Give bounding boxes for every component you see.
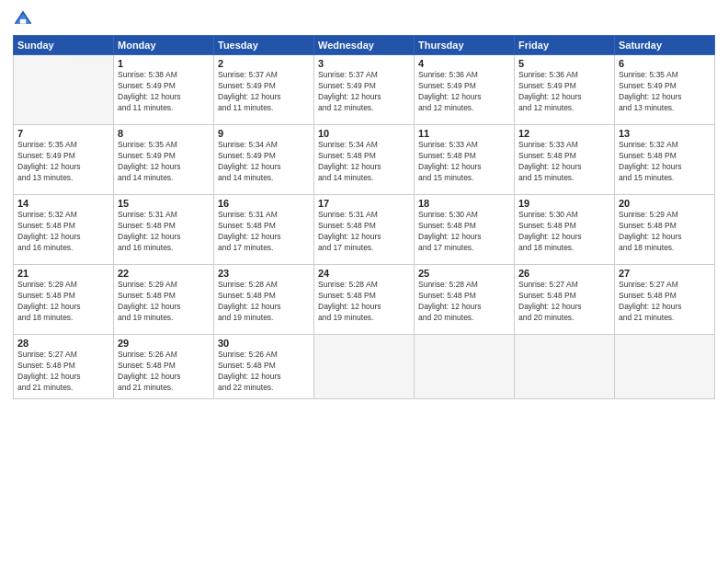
weekday-header-monday: Monday [114, 36, 214, 55]
day-info: Sunrise: 5:33 AM Sunset: 5:48 PM Dayligh… [518, 140, 610, 184]
day-number: 6 [619, 58, 711, 69]
day-info: Sunrise: 5:30 AM Sunset: 5:48 PM Dayligh… [518, 210, 610, 254]
day-number: 7 [17, 128, 109, 139]
calendar-cell: 15Sunrise: 5:31 AM Sunset: 5:48 PM Dayli… [114, 195, 214, 265]
day-number: 8 [118, 128, 210, 139]
week-row-2: 7Sunrise: 5:35 AM Sunset: 5:49 PM Daylig… [14, 125, 715, 195]
weekday-header-thursday: Thursday [415, 36, 515, 55]
day-number: 26 [518, 268, 610, 279]
day-number: 2 [218, 58, 310, 69]
day-info: Sunrise: 5:29 AM Sunset: 5:48 PM Dayligh… [619, 210, 711, 254]
day-number: 11 [418, 128, 510, 139]
day-number: 21 [17, 268, 109, 279]
week-row-4: 21Sunrise: 5:29 AM Sunset: 5:48 PM Dayli… [14, 265, 715, 335]
calendar-cell: 28Sunrise: 5:27 AM Sunset: 5:48 PM Dayli… [14, 335, 114, 399]
day-info: Sunrise: 5:35 AM Sunset: 5:49 PM Dayligh… [118, 140, 210, 184]
day-info: Sunrise: 5:28 AM Sunset: 5:48 PM Dayligh… [418, 280, 510, 324]
day-number: 28 [17, 338, 109, 349]
calendar-cell: 13Sunrise: 5:32 AM Sunset: 5:48 PM Dayli… [615, 125, 715, 195]
calendar-cell [615, 335, 715, 399]
calendar-cell: 2Sunrise: 5:37 AM Sunset: 5:49 PM Daylig… [214, 55, 314, 125]
day-info: Sunrise: 5:28 AM Sunset: 5:48 PM Dayligh… [318, 280, 410, 324]
day-info: Sunrise: 5:33 AM Sunset: 5:48 PM Dayligh… [418, 140, 510, 184]
calendar-cell: 9Sunrise: 5:34 AM Sunset: 5:49 PM Daylig… [214, 125, 314, 195]
day-info: Sunrise: 5:34 AM Sunset: 5:48 PM Dayligh… [318, 140, 410, 184]
day-info: Sunrise: 5:38 AM Sunset: 5:49 PM Dayligh… [118, 70, 210, 114]
weekday-header-sunday: Sunday [14, 36, 114, 55]
calendar-cell: 8Sunrise: 5:35 AM Sunset: 5:49 PM Daylig… [114, 125, 214, 195]
day-number: 10 [318, 128, 410, 139]
day-info: Sunrise: 5:29 AM Sunset: 5:48 PM Dayligh… [118, 280, 210, 324]
day-info: Sunrise: 5:31 AM Sunset: 5:48 PM Dayligh… [118, 210, 210, 254]
day-info: Sunrise: 5:29 AM Sunset: 5:48 PM Dayligh… [17, 280, 109, 324]
calendar-cell: 19Sunrise: 5:30 AM Sunset: 5:48 PM Dayli… [515, 195, 615, 265]
day-number: 27 [619, 268, 711, 279]
calendar-table: SundayMondayTuesdayWednesdayThursdayFrid… [13, 35, 715, 399]
day-number: 30 [218, 338, 310, 349]
day-number: 5 [518, 58, 610, 69]
weekday-header-wednesday: Wednesday [314, 36, 415, 55]
calendar-cell: 4Sunrise: 5:36 AM Sunset: 5:49 PM Daylig… [415, 55, 515, 125]
calendar-cell: 3Sunrise: 5:37 AM Sunset: 5:49 PM Daylig… [314, 55, 415, 125]
calendar-cell: 1Sunrise: 5:38 AM Sunset: 5:49 PM Daylig… [114, 55, 214, 125]
calendar-cell: 25Sunrise: 5:28 AM Sunset: 5:48 PM Dayli… [415, 265, 515, 335]
calendar-cell: 14Sunrise: 5:32 AM Sunset: 5:48 PM Dayli… [14, 195, 114, 265]
page: SundayMondayTuesdayWednesdayThursdayFrid… [0, 0, 728, 563]
weekday-header-saturday: Saturday [615, 36, 715, 55]
day-info: Sunrise: 5:32 AM Sunset: 5:48 PM Dayligh… [619, 140, 711, 184]
day-info: Sunrise: 5:31 AM Sunset: 5:48 PM Dayligh… [218, 210, 310, 254]
day-number: 29 [118, 338, 210, 349]
day-info: Sunrise: 5:34 AM Sunset: 5:49 PM Dayligh… [218, 140, 310, 184]
calendar-cell: 30Sunrise: 5:26 AM Sunset: 5:48 PM Dayli… [214, 335, 314, 399]
day-info: Sunrise: 5:35 AM Sunset: 5:49 PM Dayligh… [619, 70, 711, 114]
day-info: Sunrise: 5:36 AM Sunset: 5:49 PM Dayligh… [518, 70, 610, 114]
day-info: Sunrise: 5:32 AM Sunset: 5:48 PM Dayligh… [17, 210, 109, 254]
calendar-cell: 21Sunrise: 5:29 AM Sunset: 5:48 PM Dayli… [14, 265, 114, 335]
week-row-1: 1Sunrise: 5:38 AM Sunset: 5:49 PM Daylig… [14, 55, 715, 125]
day-number: 1 [118, 58, 210, 69]
svg-rect-2 [20, 19, 26, 24]
logo-icon [13, 9, 33, 29]
weekday-header-row: SundayMondayTuesdayWednesdayThursdayFrid… [14, 36, 715, 55]
day-number: 22 [118, 268, 210, 279]
week-row-3: 14Sunrise: 5:32 AM Sunset: 5:48 PM Dayli… [14, 195, 715, 265]
calendar-cell: 22Sunrise: 5:29 AM Sunset: 5:48 PM Dayli… [114, 265, 214, 335]
calendar-cell: 20Sunrise: 5:29 AM Sunset: 5:48 PM Dayli… [615, 195, 715, 265]
calendar-cell: 10Sunrise: 5:34 AM Sunset: 5:48 PM Dayli… [314, 125, 415, 195]
calendar-cell: 26Sunrise: 5:27 AM Sunset: 5:48 PM Dayli… [515, 265, 615, 335]
day-number: 4 [418, 58, 510, 69]
calendar-cell: 6Sunrise: 5:35 AM Sunset: 5:49 PM Daylig… [615, 55, 715, 125]
day-number: 13 [619, 128, 711, 139]
day-info: Sunrise: 5:37 AM Sunset: 5:49 PM Dayligh… [218, 70, 310, 114]
calendar-cell: 7Sunrise: 5:35 AM Sunset: 5:49 PM Daylig… [14, 125, 114, 195]
day-info: Sunrise: 5:26 AM Sunset: 5:48 PM Dayligh… [218, 350, 310, 394]
day-number: 17 [318, 198, 410, 209]
day-info: Sunrise: 5:36 AM Sunset: 5:49 PM Dayligh… [418, 70, 510, 114]
calendar-cell: 17Sunrise: 5:31 AM Sunset: 5:48 PM Dayli… [314, 195, 415, 265]
day-number: 14 [17, 198, 109, 209]
week-row-5: 28Sunrise: 5:27 AM Sunset: 5:48 PM Dayli… [14, 335, 715, 399]
calendar-cell [314, 335, 415, 399]
day-number: 16 [218, 198, 310, 209]
day-info: Sunrise: 5:35 AM Sunset: 5:49 PM Dayligh… [17, 140, 109, 184]
day-number: 9 [218, 128, 310, 139]
calendar-cell: 12Sunrise: 5:33 AM Sunset: 5:48 PM Dayli… [515, 125, 615, 195]
calendar-cell: 11Sunrise: 5:33 AM Sunset: 5:48 PM Dayli… [415, 125, 515, 195]
calendar-cell: 5Sunrise: 5:36 AM Sunset: 5:49 PM Daylig… [515, 55, 615, 125]
day-info: Sunrise: 5:28 AM Sunset: 5:48 PM Dayligh… [218, 280, 310, 324]
calendar-cell: 27Sunrise: 5:27 AM Sunset: 5:48 PM Dayli… [615, 265, 715, 335]
calendar-cell [14, 55, 114, 125]
day-info: Sunrise: 5:27 AM Sunset: 5:48 PM Dayligh… [619, 280, 711, 324]
day-info: Sunrise: 5:37 AM Sunset: 5:49 PM Dayligh… [318, 70, 410, 114]
day-number: 19 [518, 198, 610, 209]
day-number: 18 [418, 198, 510, 209]
day-number: 20 [619, 198, 711, 209]
header [13, 9, 715, 29]
day-number: 25 [418, 268, 510, 279]
day-number: 3 [318, 58, 410, 69]
calendar-cell: 23Sunrise: 5:28 AM Sunset: 5:48 PM Dayli… [214, 265, 314, 335]
calendar-cell: 18Sunrise: 5:30 AM Sunset: 5:48 PM Dayli… [415, 195, 515, 265]
day-info: Sunrise: 5:30 AM Sunset: 5:48 PM Dayligh… [418, 210, 510, 254]
day-info: Sunrise: 5:27 AM Sunset: 5:48 PM Dayligh… [17, 350, 109, 394]
calendar-cell: 16Sunrise: 5:31 AM Sunset: 5:48 PM Dayli… [214, 195, 314, 265]
